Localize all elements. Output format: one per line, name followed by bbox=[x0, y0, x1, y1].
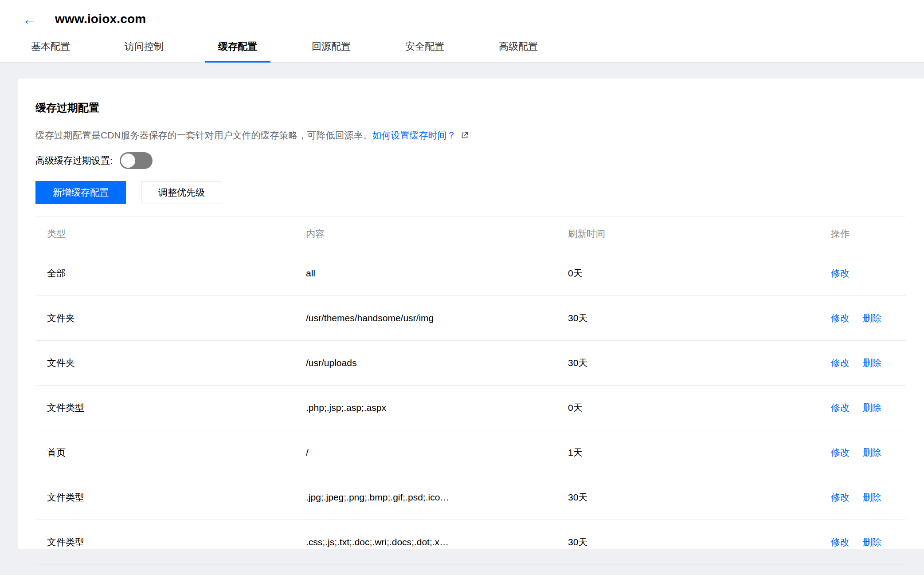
modify-link[interactable]: 修改 bbox=[831, 313, 850, 323]
table-row: 首页/1天修改删除 bbox=[35, 430, 906, 475]
refresh-time-cell: 30天 bbox=[556, 296, 819, 341]
table-row: 文件类型.css;.js;.txt;.doc;.wri;.docs;.dot;.… bbox=[35, 520, 906, 565]
help-link[interactable]: 如何设置缓存时间？ bbox=[372, 129, 456, 142]
modify-link[interactable]: 修改 bbox=[831, 402, 850, 413]
table-row: 文件类型.jpg;.jpeg;.png;.bmp;.gif;.psd;.ico…… bbox=[35, 475, 906, 520]
refresh-time-cell: 0天 bbox=[556, 386, 819, 430]
content-area: 缓存过期配置 缓存过期配置是CDN服务器保存的一套针对用户文件的缓存策略，可降低… bbox=[0, 63, 924, 549]
delete-link[interactable]: 删除 bbox=[863, 447, 881, 457]
refresh-time-cell: 0天 bbox=[556, 251, 819, 296]
tab-origin-config[interactable]: 回源配置 bbox=[298, 33, 364, 62]
table-row: 文件夹/usr/themes/handsome/usr/img30天修改删除 bbox=[35, 296, 906, 341]
cache-rules-table: 类型内容刷新时间操作 全部all0天修改文件夹/usr/themes/hands… bbox=[35, 217, 906, 565]
content-cell: /usr/uploads bbox=[294, 341, 556, 386]
type-cell: 文件夹 bbox=[35, 296, 294, 341]
section-description-row: 缓存过期配置是CDN服务器保存的一套针对用户文件的缓存策略，可降低回源率。 如何… bbox=[35, 129, 906, 142]
button-row: 新增缓存配置 调整优先级 bbox=[35, 181, 906, 204]
topbar: ← www.ioiox.com 基本配置访问控制缓存配置回源配置安全配置高级配置 bbox=[0, 0, 924, 63]
content-cell: .jpg;.jpeg;.png;.bmp;.gif;.psd;.ico… bbox=[294, 475, 556, 520]
adjust-priority-button[interactable]: 调整优先级 bbox=[141, 181, 222, 204]
content-cell: .php;.jsp;.asp;.aspx bbox=[294, 386, 556, 430]
table-row: 全部all0天修改 bbox=[35, 251, 906, 296]
tab-access-control[interactable]: 访问控制 bbox=[111, 33, 177, 62]
type-cell: 全部 bbox=[35, 251, 294, 296]
advanced-cache-toggle[interactable] bbox=[120, 152, 153, 169]
refresh-time-cell: 30天 bbox=[556, 475, 819, 520]
delete-link[interactable]: 删除 bbox=[863, 313, 881, 323]
back-arrow-icon[interactable]: ← bbox=[22, 12, 37, 27]
table-row: 文件类型.php;.jsp;.asp;.aspx0天修改删除 bbox=[35, 386, 906, 430]
actions-cell: 修改删除 bbox=[819, 430, 906, 475]
tab-cache-config[interactable]: 缓存配置 bbox=[205, 33, 270, 62]
delete-link[interactable]: 删除 bbox=[863, 537, 881, 547]
modify-link[interactable]: 修改 bbox=[831, 447, 850, 457]
delete-link[interactable]: 删除 bbox=[863, 492, 881, 502]
actions-cell: 修改 bbox=[819, 251, 906, 296]
tab-security-config[interactable]: 安全配置 bbox=[392, 33, 458, 62]
actions-cell: 修改删除 bbox=[819, 386, 906, 430]
type-cell: 文件夹 bbox=[35, 341, 294, 386]
type-cell: 首页 bbox=[35, 430, 294, 475]
content-cell: .css;.js;.txt;.doc;.wri;.docs;.dot;.x… bbox=[294, 520, 556, 565]
cache-config-card: 缓存过期配置 缓存过期配置是CDN服务器保存的一套针对用户文件的缓存策略，可降低… bbox=[18, 79, 924, 549]
tab-basic-config[interactable]: 基本配置 bbox=[18, 33, 83, 62]
column-header: 操作 bbox=[819, 217, 906, 251]
content-cell: /usr/themes/handsome/usr/img bbox=[294, 296, 556, 341]
header-row: ← www.ioiox.com bbox=[0, 0, 924, 33]
modify-link[interactable]: 修改 bbox=[831, 537, 850, 547]
cache-table-body: 全部all0天修改文件夹/usr/themes/handsome/usr/img… bbox=[35, 251, 906, 565]
actions-cell: 修改删除 bbox=[819, 341, 906, 386]
delete-link[interactable]: 删除 bbox=[863, 358, 881, 368]
add-cache-config-button[interactable]: 新增缓存配置 bbox=[35, 181, 126, 204]
toggle-knob bbox=[121, 154, 135, 168]
actions-cell: 修改删除 bbox=[819, 475, 906, 520]
type-cell: 文件类型 bbox=[35, 475, 294, 520]
delete-link[interactable]: 删除 bbox=[863, 402, 881, 413]
type-cell: 文件类型 bbox=[35, 386, 294, 430]
modify-link[interactable]: 修改 bbox=[831, 268, 850, 278]
column-header: 内容 bbox=[294, 217, 556, 251]
page-title: www.ioiox.com bbox=[55, 12, 146, 26]
actions-cell: 修改删除 bbox=[819, 296, 906, 341]
advanced-cache-toggle-row: 高级缓存过期设置: bbox=[35, 152, 906, 169]
modify-link[interactable]: 修改 bbox=[831, 358, 850, 368]
modify-link[interactable]: 修改 bbox=[831, 492, 850, 502]
type-cell: 文件类型 bbox=[35, 520, 294, 565]
section-description: 缓存过期配置是CDN服务器保存的一套针对用户文件的缓存策略，可降低回源率。 bbox=[35, 129, 372, 142]
section-title: 缓存过期配置 bbox=[35, 101, 906, 115]
column-header: 刷新时间 bbox=[556, 217, 819, 251]
tabs: 基本配置访问控制缓存配置回源配置安全配置高级配置 bbox=[0, 33, 924, 63]
toggle-label: 高级缓存过期设置: bbox=[35, 154, 113, 167]
table-row: 文件夹/usr/uploads30天修改删除 bbox=[35, 341, 906, 386]
tab-advanced-config[interactable]: 高级配置 bbox=[485, 33, 551, 62]
refresh-time-cell: 1天 bbox=[556, 430, 819, 475]
column-header: 类型 bbox=[35, 217, 294, 251]
external-link-icon[interactable] bbox=[460, 131, 469, 140]
content-cell: / bbox=[294, 430, 556, 475]
actions-cell: 修改删除 bbox=[819, 520, 906, 565]
content-cell: all bbox=[294, 251, 556, 296]
refresh-time-cell: 30天 bbox=[556, 341, 819, 386]
table-header-row: 类型内容刷新时间操作 bbox=[35, 217, 906, 251]
refresh-time-cell: 30天 bbox=[556, 520, 819, 565]
